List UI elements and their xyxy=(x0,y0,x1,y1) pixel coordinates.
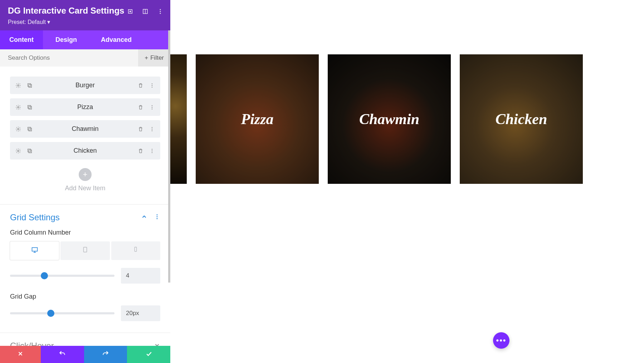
card-pizza[interactable]: Pizza xyxy=(196,54,319,184)
svg-point-24 xyxy=(152,130,152,131)
list-item[interactable]: Burger xyxy=(10,77,160,94)
item-label: Burger xyxy=(33,82,137,89)
more-icon[interactable] xyxy=(149,148,155,154)
svg-point-17 xyxy=(152,107,152,107)
tab-design[interactable]: Design xyxy=(43,30,89,49)
slider-thumb[interactable] xyxy=(47,310,54,317)
plus-icon: + xyxy=(83,170,88,179)
device-desktop[interactable] xyxy=(10,241,59,260)
grid-gap-label: Grid Gap xyxy=(10,293,160,300)
svg-point-4 xyxy=(160,9,161,10)
filter-button[interactable]: + Filter xyxy=(138,49,170,67)
expand-icon[interactable] xyxy=(127,8,134,15)
preset-label: Preset: Default xyxy=(8,19,46,25)
search-input[interactable] xyxy=(0,49,138,67)
tab-content[interactable]: Content xyxy=(0,30,43,49)
duplicate-icon[interactable] xyxy=(26,82,33,89)
svg-point-5 xyxy=(160,11,161,12)
trash-icon[interactable] xyxy=(137,126,144,132)
panel-title: DG Interactive Card Settings xyxy=(8,6,124,16)
panel-toggle-icon[interactable] xyxy=(142,8,149,15)
card-title: Pizza xyxy=(241,111,273,128)
svg-point-33 xyxy=(157,218,158,219)
gear-icon[interactable] xyxy=(15,148,21,154)
preview-canvas: Pizza Chawmin Chicken ••• xyxy=(170,0,644,363)
svg-point-18 xyxy=(152,108,152,109)
more-icon[interactable] xyxy=(157,8,164,15)
header-actions xyxy=(127,8,164,15)
cancel-button[interactable] xyxy=(0,346,41,363)
more-icon[interactable] xyxy=(149,126,155,132)
item-label: Chawmin xyxy=(33,125,137,133)
grid-gap-value[interactable]: 20px xyxy=(121,305,160,321)
svg-point-1 xyxy=(130,11,131,12)
chevron-down-icon: ▾ xyxy=(47,19,50,25)
card-chicken[interactable]: Chicken xyxy=(460,54,583,184)
tab-advanced[interactable]: Advanced xyxy=(89,30,143,49)
add-button[interactable]: + xyxy=(79,168,92,181)
grid-gap-slider[interactable] xyxy=(10,312,114,314)
svg-point-29 xyxy=(152,150,152,151)
svg-point-32 xyxy=(157,216,158,217)
add-new-item: + Add New Item xyxy=(10,164,160,201)
list-item[interactable]: Chawmin xyxy=(10,120,160,138)
more-icon[interactable] xyxy=(154,214,160,221)
more-icon[interactable] xyxy=(149,82,155,89)
duplicate-icon[interactable] xyxy=(26,148,33,154)
trash-icon[interactable] xyxy=(137,148,144,154)
card-title: Chicken xyxy=(496,111,547,128)
grid-column-value[interactable]: 4 xyxy=(121,268,160,284)
svg-point-31 xyxy=(157,214,158,215)
svg-point-30 xyxy=(152,152,152,153)
grid-column-label: Grid Column Number xyxy=(10,229,160,236)
grid-gap-slider-row: 20px xyxy=(10,305,160,321)
svg-point-23 xyxy=(152,128,152,129)
undo-button[interactable] xyxy=(41,346,84,363)
svg-rect-34 xyxy=(32,247,37,251)
gear-icon[interactable] xyxy=(15,104,21,111)
card-title: Chawmin xyxy=(359,111,419,128)
redo-icon xyxy=(102,350,109,359)
device-tablet[interactable] xyxy=(60,241,109,260)
section-header[interactable]: Grid Settings xyxy=(10,212,160,222)
list-item[interactable]: Chicken xyxy=(10,142,160,160)
svg-point-13 xyxy=(18,107,19,108)
preset-dropdown[interactable]: Preset: Default ▾ xyxy=(8,19,162,25)
more-icon[interactable] xyxy=(149,104,155,111)
gear-icon[interactable] xyxy=(15,82,21,89)
duplicate-icon[interactable] xyxy=(26,126,33,132)
panel-header: DG Interactive Card Settings Preset: Def… xyxy=(0,0,170,30)
save-button[interactable] xyxy=(127,346,170,363)
svg-rect-9 xyxy=(28,83,31,86)
svg-point-19 xyxy=(18,128,19,130)
card-burger[interactable] xyxy=(170,54,187,184)
responsive-toggle xyxy=(10,241,160,260)
chevron-up-icon[interactable] xyxy=(141,214,147,221)
svg-rect-38 xyxy=(135,247,137,251)
redo-button[interactable] xyxy=(84,346,127,363)
filter-label: Filter xyxy=(150,54,164,62)
slider-thumb[interactable] xyxy=(41,272,48,279)
list-item[interactable]: Pizza xyxy=(10,98,160,116)
check-icon xyxy=(145,350,152,359)
trash-icon[interactable] xyxy=(137,82,144,89)
floating-action-button[interactable]: ••• xyxy=(493,332,509,349)
section-title: Grid Settings xyxy=(10,212,141,222)
device-phone[interactable] xyxy=(111,241,160,260)
gear-icon[interactable] xyxy=(15,126,21,132)
card-chawmin[interactable]: Chawmin xyxy=(328,54,451,184)
dots-icon: ••• xyxy=(496,336,506,345)
svg-rect-21 xyxy=(28,127,31,130)
close-icon xyxy=(17,350,24,358)
grid-column-slider[interactable] xyxy=(10,275,114,277)
grid-column-slider-row: 4 xyxy=(10,268,160,284)
bottom-action-bar xyxy=(0,346,170,363)
item-label: Pizza xyxy=(33,103,137,111)
duplicate-icon[interactable] xyxy=(26,104,33,111)
svg-point-25 xyxy=(18,150,19,152)
search-row: + Filter xyxy=(0,49,170,67)
card-grid: Pizza Chawmin Chicken xyxy=(170,54,583,184)
svg-rect-26 xyxy=(29,150,31,153)
trash-icon[interactable] xyxy=(137,104,144,111)
svg-rect-14 xyxy=(29,106,31,109)
